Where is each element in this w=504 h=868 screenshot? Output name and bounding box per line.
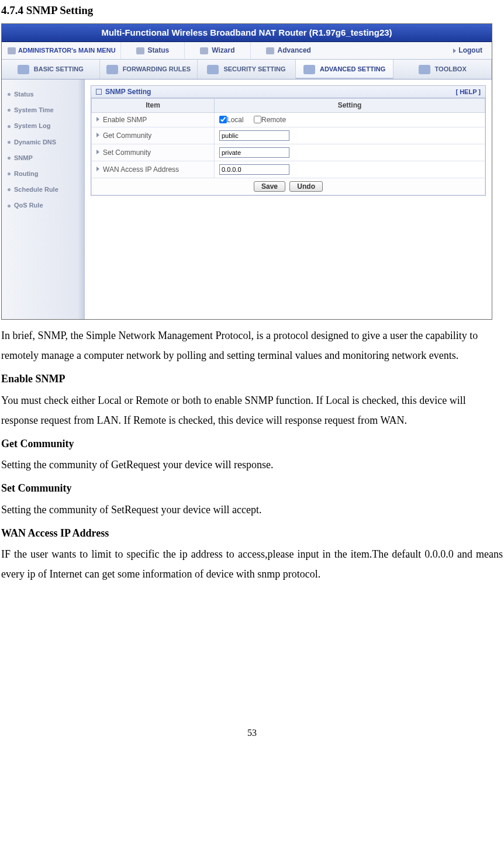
save-button[interactable]: Save xyxy=(254,181,285,192)
arrow-right-icon xyxy=(453,49,456,53)
tab-forwarding-label: FORWARDING RULES xyxy=(123,65,191,73)
heading-set-community: Set Community xyxy=(1,478,503,498)
wan-access-label: WAN Access IP Address xyxy=(92,161,215,178)
router-screenshot: Multi-Functional Wireless Broadband NAT … xyxy=(1,23,492,320)
wizard-icon xyxy=(200,47,208,54)
basic-setting-icon xyxy=(18,65,29,74)
home-icon xyxy=(8,47,16,54)
row-set-community: Set Community xyxy=(92,144,485,161)
sidebar-item-system-log[interactable]: System Log xyxy=(2,118,84,134)
wan-access-text: WAN Access IP Address xyxy=(103,165,179,174)
sidebar-item-schedule-rule[interactable]: Schedule Rule xyxy=(2,182,84,198)
admin-text: ADMINISTRATOR's MAIN MENU xyxy=(18,47,116,54)
enable-snmp-label: Enable SNMP xyxy=(92,112,215,127)
bullet-icon xyxy=(8,125,11,128)
sidebar-item-label: Schedule Rule xyxy=(14,186,58,193)
set-community-text: Set Community xyxy=(103,148,151,157)
sidebar-item-status[interactable]: Status xyxy=(2,87,84,102)
tab-advanced-label: ADVANCED SETTING xyxy=(320,65,385,73)
tab-security-setting[interactable]: SECURITY SETTING xyxy=(198,60,296,79)
triangle-icon xyxy=(96,167,99,171)
enable-snmp-text: Enable SNMP xyxy=(103,116,147,124)
heading-get-community: Get Community xyxy=(1,434,503,454)
status-icon xyxy=(136,47,144,54)
row-wan-access-ip: WAN Access IP Address xyxy=(92,161,485,178)
menu-wizard-label: Wizard xyxy=(212,46,234,54)
bullet-icon xyxy=(8,205,11,208)
advanced-setting-icon xyxy=(303,65,315,74)
button-row: Save Undo xyxy=(92,178,485,195)
sidebar-item-label: SNMP xyxy=(14,154,33,162)
tab-basic-setting[interactable]: BASIC SETTING xyxy=(2,60,100,79)
row-enable-snmp: Enable SNMP Local Remote xyxy=(92,112,485,127)
heading-enable-snmp: Enable SNMP xyxy=(1,369,503,389)
undo-button[interactable]: Undo xyxy=(289,181,323,192)
settings-table: Item Setting Enable SNMP Local Remote Ge… xyxy=(91,98,485,195)
help-link[interactable]: [ HELP ] xyxy=(455,88,481,96)
sidebar-item-label: Status xyxy=(14,91,34,98)
sidebar-item-label: Routing xyxy=(14,170,39,178)
tab-basic-label: BASIC SETTING xyxy=(34,65,84,73)
content-area: SNMP Setting [ HELP ] Item Setting Enabl… xyxy=(85,79,492,319)
triangle-icon xyxy=(96,133,99,137)
local-checkbox[interactable] xyxy=(219,116,227,123)
menu-status-label: Status xyxy=(148,46,170,54)
para-set-community: Setting the community of SetRequest your… xyxy=(1,500,503,520)
sidebar-item-dynamic-dns[interactable]: Dynamic DNS xyxy=(2,134,84,150)
security-icon xyxy=(207,65,219,74)
remote-label: Remote xyxy=(261,116,286,124)
sidebar-item-snmp[interactable]: SNMP xyxy=(2,150,84,166)
tab-toolbox-label: TOOLBOX xyxy=(435,65,467,73)
section-heading: 4.7.4 SNMP Setting xyxy=(1,0,503,21)
sidebar-item-system-time[interactable]: System Time xyxy=(2,102,84,118)
advanced-icon xyxy=(266,47,274,54)
bullet-icon xyxy=(8,141,11,144)
tab-advanced-setting[interactable]: ADVANCED SETTING xyxy=(296,60,394,79)
window-title: Multi-Functional Wireless Broadband NAT … xyxy=(2,24,492,42)
tab-forwarding-rules[interactable]: FORWARDING RULES xyxy=(100,60,198,79)
para-get-community: Setting the community of GetRequest your… xyxy=(1,455,503,475)
menu-status[interactable]: Status xyxy=(120,42,185,59)
admin-menu-label: ADMINISTRATOR's MAIN MENU xyxy=(5,47,120,54)
sidebar-item-label: System Time xyxy=(14,106,54,114)
sidebar-item-label: Dynamic DNS xyxy=(14,139,56,146)
panel-box-icon xyxy=(96,89,102,95)
get-community-input[interactable] xyxy=(219,130,289,141)
set-community-input[interactable] xyxy=(219,147,289,158)
triangle-icon xyxy=(96,117,99,122)
tab-security-label: SECURITY SETTING xyxy=(223,65,285,73)
get-community-label: Get Community xyxy=(92,127,215,144)
bullet-icon xyxy=(8,157,11,160)
get-community-text: Get Community xyxy=(103,132,151,140)
col-item: Item xyxy=(92,99,215,112)
menu-advanced-label: Advanced xyxy=(278,46,311,54)
remote-checkbox[interactable] xyxy=(254,116,261,123)
snmp-panel: SNMP Setting [ HELP ] Item Setting Enabl… xyxy=(91,85,486,196)
wan-access-input[interactable] xyxy=(219,164,289,175)
intro-paragraph: In brief, SNMP, the Simple Network Manag… xyxy=(1,326,503,365)
sidebar-item-label: QoS Rule xyxy=(14,202,43,209)
para-enable-snmp: You must check either Local or Remote or… xyxy=(1,390,503,430)
set-community-label: Set Community xyxy=(92,144,215,161)
bullet-icon xyxy=(8,188,11,191)
sidebar-item-label: System Log xyxy=(14,122,50,130)
menu-logout-label: Logout xyxy=(458,46,482,54)
heading-wan-access: WAN Access IP Address xyxy=(1,523,503,543)
para-wan-access: IF the user wants to limit to specific t… xyxy=(1,544,503,584)
panel-title: SNMP Setting xyxy=(105,88,151,96)
menu-wizard[interactable]: Wizard xyxy=(184,42,250,59)
sidebar-item-qos-rule[interactable]: QoS Rule xyxy=(2,198,84,213)
main-menu-bar: ADMINISTRATOR's MAIN MENU Status Wizard … xyxy=(2,42,492,60)
triangle-icon xyxy=(96,150,99,154)
toolbox-icon xyxy=(419,65,430,74)
panel-header: SNMP Setting [ HELP ] xyxy=(91,86,485,98)
menu-logout[interactable]: Logout xyxy=(447,46,488,54)
enable-snmp-value: Local Remote xyxy=(215,112,485,127)
sidebar-item-routing[interactable]: Routing xyxy=(2,166,84,182)
tab-toolbox[interactable]: TOOLBOX xyxy=(393,60,492,79)
page-number: 53 xyxy=(1,724,503,742)
menu-advanced[interactable]: Advanced xyxy=(250,42,326,59)
col-setting: Setting xyxy=(215,99,485,112)
row-get-community: Get Community xyxy=(92,127,485,144)
forwarding-icon xyxy=(106,65,118,74)
